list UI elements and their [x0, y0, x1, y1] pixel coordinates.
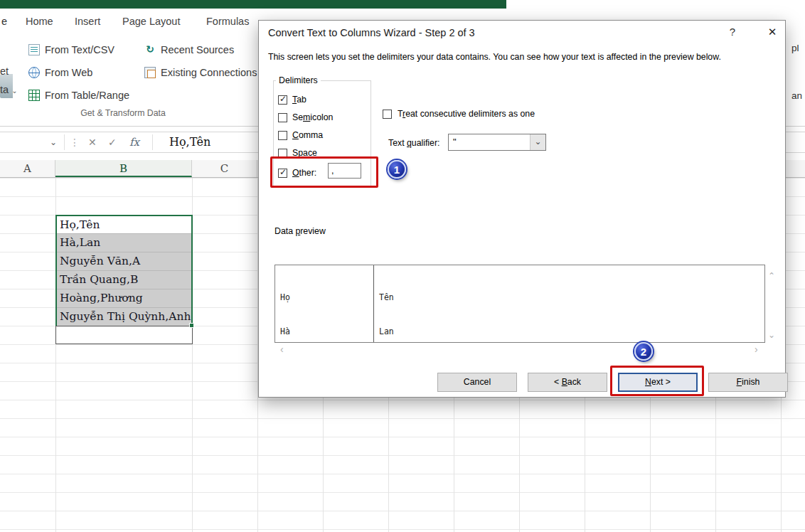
text-csv-icon — [28, 44, 40, 55]
treat-consecutive-option[interactable]: Treat consecutive delimiters as one — [383, 109, 535, 119]
text-qualifier-value: " — [453, 137, 457, 147]
insert-function-icon[interactable]: fx — [129, 132, 139, 152]
preview-column-1: Họ Hà Nguyễn Văn Trần Quang Hoàng Nguyễn… — [280, 269, 359, 343]
cell-b7-outline[interactable] — [55, 326, 193, 344]
tab-checkbox[interactable]: ✓ — [278, 95, 287, 105]
preview-column-2: Tên Lan A B Phương Anh — [379, 269, 418, 343]
chevron-down-icon: ⌄ — [11, 87, 17, 95]
comma-checkbox[interactable] — [278, 131, 287, 140]
chevron-down-icon[interactable]: ⌄ — [530, 134, 545, 150]
dialog-title: Convert Text to Columns Wizard - Step 2 … — [268, 27, 475, 38]
fragment-text: ta — [0, 84, 9, 95]
delimiter-option-semicolon[interactable]: Semicolon — [278, 112, 333, 123]
selected-range: Họ,Tên Hà,Lan Nguyễn Văn,A Trần Quang,B … — [55, 215, 193, 326]
preview-cell: Lan — [379, 326, 418, 337]
column-header-b[interactable]: B — [55, 160, 192, 177]
scroll-up-icon[interactable]: ⌃ — [768, 272, 775, 280]
delimiter-option-comma[interactable]: Comma — [278, 129, 323, 141]
help-button[interactable]: ? — [721, 21, 744, 43]
cell-b4[interactable]: Trần Quang,B — [57, 271, 191, 289]
excel-window: e Home Insert Page Layout Formulas et ta… — [0, 0, 805, 532]
divider — [152, 134, 153, 150]
cell-b2[interactable]: Hà,Lan — [57, 234, 191, 252]
from-table-range-button[interactable]: From Table/Range — [28, 87, 129, 104]
ribbon-right-fragment-1: pl — [791, 43, 799, 53]
recent-sources-button[interactable]: ↻ Recent Sources — [144, 41, 234, 58]
annotation-badge-2: 2 — [634, 342, 653, 361]
text-qualifier-label: Text qualifier: — [388, 138, 439, 148]
excel-titlebar — [0, 0, 506, 9]
button-label: From Table/Range — [45, 90, 129, 101]
cancel-entry-icon[interactable]: ✕ — [88, 132, 97, 152]
back-button[interactable]: < Back — [528, 373, 607, 392]
column-header-a[interactable]: A — [0, 160, 55, 177]
text-qualifier-dropdown[interactable]: " ⌄ — [448, 134, 546, 151]
comma-label: Comma — [292, 130, 323, 140]
ribbon-right-fragment-2: an — [791, 90, 802, 101]
cell-b3[interactable]: Nguyễn Văn,A — [57, 252, 191, 271]
tab-label: Tab — [292, 95, 306, 105]
cell-b1[interactable]: Họ,Tên — [57, 216, 191, 234]
preview-cell: Họ — [280, 292, 359, 303]
data-preview-label: Data preview — [274, 226, 326, 236]
recent-sources-icon: ↻ — [144, 44, 156, 55]
name-box-dropdown[interactable]: ⌄ — [50, 132, 57, 152]
fill-handle[interactable] — [189, 323, 194, 328]
semicolon-label: Semicolon — [292, 112, 333, 122]
ribbon-group-label: Get & Transform Data — [52, 108, 194, 118]
get-data-label-fragment[interactable]: et — [0, 65, 9, 77]
semicolon-checkbox[interactable] — [278, 113, 287, 122]
dialog-description: This screen lets you set the delimiters … — [268, 52, 779, 62]
annotation-box-next-button — [610, 366, 704, 396]
data-preview-box: Họ Hà Nguyễn Văn Trần Quang Hoàng Nguyễn… — [274, 265, 765, 343]
button-label: From Web — [45, 67, 92, 78]
web-icon — [28, 67, 40, 78]
scroll-right-icon[interactable]: › — [755, 345, 758, 353]
get-data-label-fragment-2[interactable]: ta ⌄ — [0, 84, 18, 95]
tab-page-layout[interactable]: Page Layout — [122, 9, 180, 34]
from-web-button[interactable]: From Web — [28, 64, 92, 81]
annotation-badge-1: 1 — [388, 160, 406, 179]
cell-b5[interactable]: Hoàng,Phương — [57, 289, 191, 308]
close-icon[interactable]: ✕ — [759, 21, 785, 43]
scroll-down-icon[interactable]: ⌄ — [768, 331, 775, 339]
preview-cell: Tên — [379, 292, 418, 303]
delimiter-option-tab[interactable]: ✓ Tab — [278, 94, 306, 105]
button-label: Existing Connections — [161, 67, 257, 78]
drag-handle-icon[interactable]: ⋮ — [70, 132, 80, 152]
delimiters-group-label: Delimiters — [276, 75, 321, 85]
tab-insert[interactable]: Insert — [75, 9, 100, 34]
tab-home[interactable]: Home — [26, 9, 53, 34]
tab-formulas[interactable]: Formulas — [206, 9, 249, 34]
formula-input[interactable]: Họ,Tên — [169, 132, 210, 152]
cell-b6[interactable]: Nguyễn Thị Quỳnh,Anh — [57, 308, 191, 326]
check-mark: ✓ — [279, 94, 287, 104]
preview-cell: Hà — [280, 326, 359, 337]
treat-consecutive-checkbox[interactable] — [383, 110, 392, 119]
scroll-left-icon[interactable]: ‹ — [280, 345, 284, 353]
annotation-box-other-delimiter — [270, 156, 378, 188]
button-label: From Text/CSV — [45, 44, 114, 55]
existing-connections-icon — [144, 67, 156, 78]
enter-entry-icon[interactable]: ✓ — [108, 132, 117, 152]
preview-column-divider[interactable] — [373, 265, 374, 342]
tab-file-fragment[interactable]: e — [1, 9, 7, 34]
cancel-button[interactable]: Cancel — [437, 373, 517, 392]
column-header-c[interactable]: C — [192, 160, 257, 177]
existing-connections-button[interactable]: Existing Connections — [144, 64, 257, 81]
table-range-icon — [28, 90, 40, 101]
finish-button[interactable]: Finish — [708, 373, 788, 392]
button-label: Recent Sources — [161, 44, 234, 55]
treat-consecutive-label: Treat consecutive delimiters as one — [398, 109, 535, 119]
divider — [64, 134, 65, 150]
text-to-columns-dialog: Convert Text to Columns Wizard - Step 2 … — [258, 20, 786, 398]
from-text-csv-button[interactable]: From Text/CSV — [28, 41, 114, 58]
